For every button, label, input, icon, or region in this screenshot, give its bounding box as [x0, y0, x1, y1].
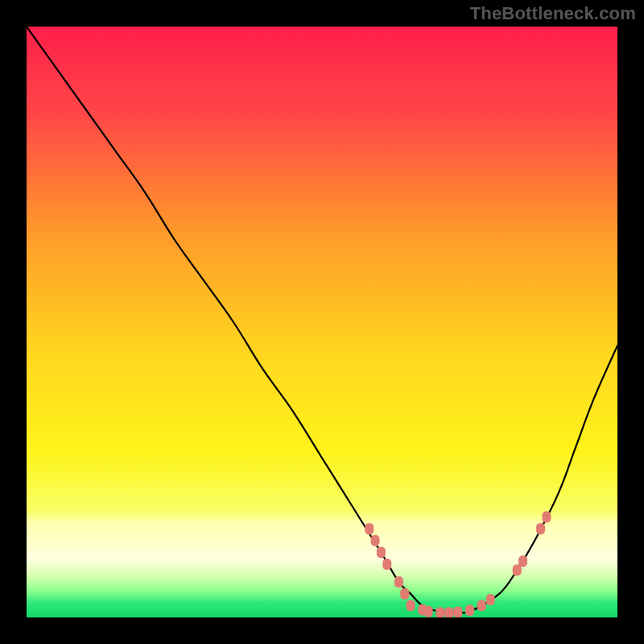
marker-left-descent-cluster: [400, 588, 409, 600]
bottleneck-chart: [0, 0, 644, 644]
marker-valley-cluster: [407, 600, 415, 611]
marker-right-ascent-cluster: [536, 523, 545, 535]
marker-valley-cluster: [477, 600, 486, 611]
marker-left-descent-cluster: [394, 576, 403, 588]
marker-left-descent-cluster: [365, 523, 374, 535]
marker-valley-cluster: [453, 606, 462, 617]
marker-left-descent-cluster: [371, 535, 380, 547]
marker-valley-cluster: [486, 594, 495, 605]
marker-right-ascent-cluster: [542, 511, 551, 522]
marker-right-ascent-cluster: [518, 555, 527, 567]
marker-valley-cluster: [436, 607, 444, 618]
marker-left-descent-cluster: [382, 559, 391, 570]
marker-valley-cluster: [444, 607, 453, 618]
marker-left-descent-cluster: [377, 547, 386, 558]
chart-frame: TheBottleneck.com: [0, 0, 644, 644]
marker-right-ascent-cluster: [513, 564, 522, 576]
plot-background: [27, 27, 617, 617]
marker-valley-cluster: [424, 606, 433, 617]
marker-valley-cluster: [465, 605, 474, 616]
